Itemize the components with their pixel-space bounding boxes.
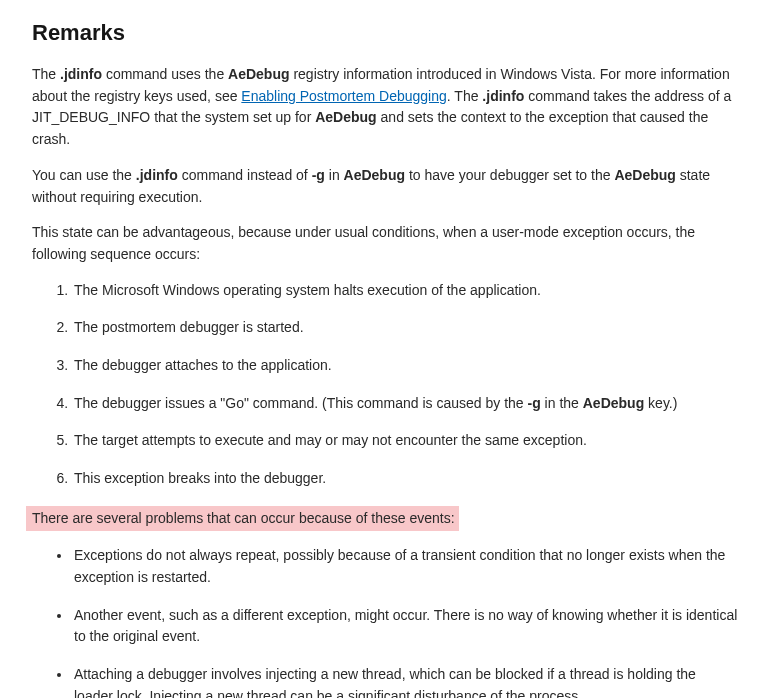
bold: -g (312, 167, 325, 183)
section-heading: Remarks (32, 16, 738, 50)
text: The debugger issues a "Go" command. (Thi… (74, 395, 528, 411)
text: to have your debugger set to the (405, 167, 614, 183)
bold: .jdinfo (60, 66, 102, 82)
text: in (325, 167, 344, 183)
text: key.) (644, 395, 677, 411)
paragraph-2: You can use the .jdinfo command instead … (32, 165, 738, 208)
list-item: This exception breaks into the debugger. (72, 468, 738, 490)
text: The (32, 66, 60, 82)
text: You can use the (32, 167, 136, 183)
list-item: The debugger attaches to the application… (72, 355, 738, 377)
paragraph-3: This state can be advantageous, because … (32, 222, 738, 265)
text: command instead of (178, 167, 312, 183)
bold: AeDebug (614, 167, 675, 183)
bold: AeDebug (344, 167, 405, 183)
list-item: Attaching a debugger involves injecting … (72, 664, 738, 698)
bold: -g (528, 395, 541, 411)
ordered-list-sequence: The Microsoft Windows operating system h… (32, 280, 738, 490)
bold: .jdinfo (482, 88, 524, 104)
list-item: The debugger issues a "Go" command. (Thi… (72, 393, 738, 415)
highlight: There are several problems that can occu… (26, 506, 459, 532)
list-item: Exceptions do not always repeat, possibl… (72, 545, 738, 588)
list-item: The target attempts to execute and may o… (72, 430, 738, 452)
text: command uses the (102, 66, 228, 82)
bold: AeDebug (583, 395, 644, 411)
list-item: Another event, such as a different excep… (72, 605, 738, 648)
list-item: The Microsoft Windows operating system h… (72, 280, 738, 302)
list-item: The postmortem debugger is started. (72, 317, 738, 339)
paragraph-4-highlighted: There are several problems that can occu… (32, 506, 738, 532)
paragraph-1: The .jdinfo command uses the AeDebug reg… (32, 64, 738, 151)
text: in the (541, 395, 583, 411)
bold: .jdinfo (136, 167, 178, 183)
text: . The (447, 88, 483, 104)
link-postmortem-debugging[interactable]: Enabling Postmortem Debugging (241, 88, 446, 104)
bold: AeDebug (315, 109, 376, 125)
bullet-list-problems: Exceptions do not always repeat, possibl… (32, 545, 738, 698)
bold: AeDebug (228, 66, 289, 82)
